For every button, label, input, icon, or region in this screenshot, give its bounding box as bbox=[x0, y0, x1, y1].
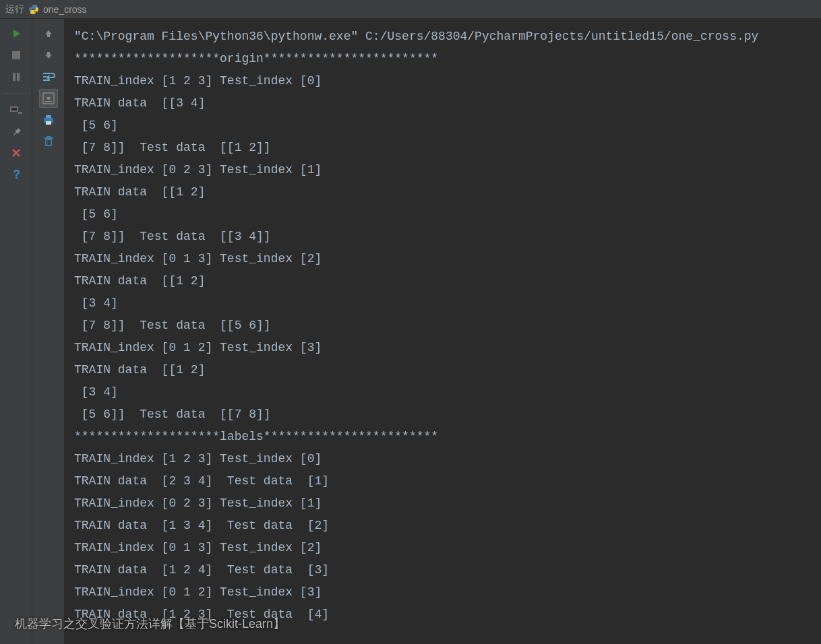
console-output[interactable]: "C:\Program Files\Python36\pythonw.exe" … bbox=[65, 19, 821, 644]
down-arrow-button[interactable] bbox=[39, 46, 58, 65]
left-gutter-1: ? bbox=[0, 19, 32, 644]
svg-rect-11 bbox=[46, 121, 51, 125]
svg-rect-4 bbox=[11, 108, 17, 110]
pin-button[interactable] bbox=[7, 122, 26, 141]
close-button[interactable] bbox=[7, 143, 26, 162]
scroll-to-end-button[interactable] bbox=[39, 89, 58, 108]
print-button[interactable] bbox=[39, 110, 58, 129]
svg-rect-13 bbox=[47, 140, 48, 145]
run-label: 运行 bbox=[5, 3, 24, 15]
svg-rect-14 bbox=[48, 140, 49, 145]
svg-rect-5 bbox=[18, 112, 22, 114]
stop-button[interactable] bbox=[7, 46, 26, 65]
soft-wrap-button[interactable] bbox=[39, 67, 58, 86]
left-gutter-2 bbox=[32, 19, 65, 644]
watermark-text: 机器学习之交叉验证方法详解【基于Scikit-Learn】 bbox=[15, 616, 285, 632]
svg-rect-16 bbox=[44, 137, 53, 139]
svg-text:?: ? bbox=[13, 168, 20, 181]
svg-rect-2 bbox=[17, 73, 20, 81]
svg-rect-15 bbox=[49, 140, 51, 145]
clear-all-button[interactable] bbox=[39, 132, 58, 151]
help-button[interactable]: ? bbox=[7, 165, 26, 184]
svg-rect-1 bbox=[13, 73, 16, 81]
run-panel-header: 运行 one_cross bbox=[0, 0, 821, 19]
up-arrow-button[interactable] bbox=[39, 24, 58, 43]
svg-rect-8 bbox=[45, 101, 52, 102]
svg-rect-0 bbox=[12, 51, 20, 59]
svg-rect-10 bbox=[46, 115, 51, 118]
pause-button[interactable] bbox=[7, 67, 26, 86]
dump-threads-button[interactable] bbox=[7, 100, 26, 119]
svg-rect-17 bbox=[47, 136, 51, 137]
python-icon bbox=[28, 4, 39, 15]
separator bbox=[3, 93, 30, 94]
rerun-button[interactable] bbox=[7, 24, 26, 43]
main-area: ? "C:\Program Files\Python36\pythonw.exe… bbox=[0, 19, 821, 644]
script-name: one_cross bbox=[43, 4, 87, 15]
